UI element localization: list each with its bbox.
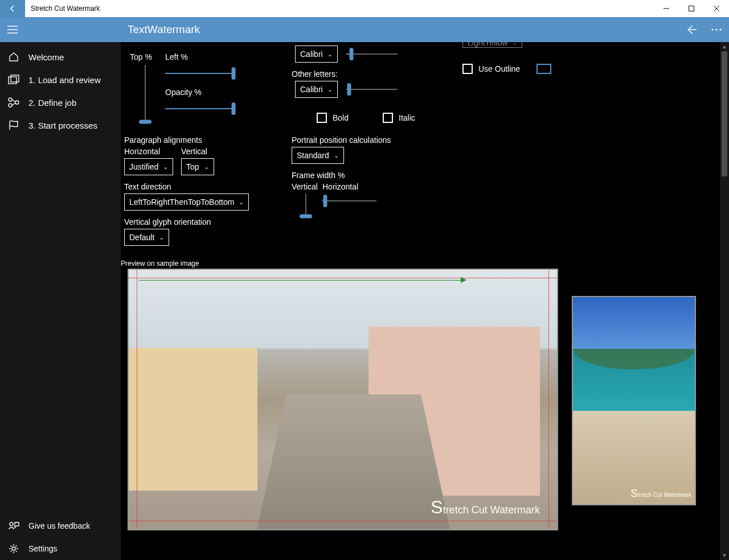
sidebar-item-load[interactable]: 1. Load and review xyxy=(0,68,121,91)
gear-icon xyxy=(7,543,21,554)
checkbox-use-outline[interactable]: Use Outline xyxy=(462,64,520,74)
label-fw-vertical: Vertical xyxy=(292,182,318,191)
scroll-down-icon[interactable]: ▼ xyxy=(720,551,729,560)
select-text-direction[interactable]: LeftToRightThenTopToBottom⌄ xyxy=(124,193,249,211)
slider-left-pct[interactable] xyxy=(165,68,234,79)
chevron-down-icon: ⌄ xyxy=(512,42,517,47)
images-icon xyxy=(7,74,21,85)
select-vertical-align[interactable]: Top⌄ xyxy=(181,158,214,175)
sidebar-item-label: Settings xyxy=(28,544,58,553)
select-first-letter-font[interactable]: Calibri⌄ xyxy=(295,46,338,63)
chevron-down-icon: ⌄ xyxy=(159,234,164,241)
watermark-text: tretch Cut Watermark xyxy=(637,492,691,498)
svg-point-6 xyxy=(715,28,717,30)
command-bar: TextWatermark xyxy=(0,17,729,42)
slider-other-letters-size[interactable] xyxy=(346,84,398,94)
svg-point-10 xyxy=(9,98,12,101)
close-button[interactable] xyxy=(704,0,729,17)
label-portrait-calc: Portrait position calculations xyxy=(292,135,391,145)
label-preview: Preview on sample image xyxy=(121,260,199,267)
checkbox-icon xyxy=(462,64,473,74)
svg-point-5 xyxy=(711,28,713,30)
sidebar-item-label: 3. Start processes xyxy=(28,121,97,130)
checkbox-icon xyxy=(383,113,393,123)
svg-rect-1 xyxy=(689,6,694,11)
svg-point-7 xyxy=(719,28,721,30)
nav-sidebar: Welcome 1. Load and review 2. Define job… xyxy=(0,42,121,560)
label-fw-horizontal: Horizontal xyxy=(322,182,358,191)
vertical-scrollbar[interactable]: ▲ ▼ xyxy=(720,42,729,560)
checkbox-icon xyxy=(317,113,327,123)
window-title: Stretch Cut Watermark xyxy=(25,5,100,13)
label-opacity: Opacity % xyxy=(165,88,202,97)
sidebar-item-define[interactable]: 2. Define job xyxy=(0,91,121,114)
chevron-down-icon: ⌄ xyxy=(327,86,333,93)
svg-point-11 xyxy=(9,104,12,107)
checkbox-italic[interactable]: Italic xyxy=(383,113,415,123)
select-color[interactable]: LightYellow⌄ xyxy=(462,42,522,48)
sidebar-item-label: Give us feedback xyxy=(28,521,90,530)
slider-frame-width-vertical[interactable] xyxy=(301,193,311,216)
scrollbar-thumb[interactable] xyxy=(722,51,727,176)
sidebar-item-start[interactable]: 3. Start processes xyxy=(0,114,121,137)
slider-frame-width-horizontal[interactable] xyxy=(322,196,376,206)
label-paragraph-alignments: Paragraph alignments xyxy=(124,135,202,145)
outline-color-swatch[interactable] xyxy=(536,64,551,74)
select-other-letters-font[interactable]: Calibri⌄ xyxy=(295,81,338,98)
select-portrait-calc[interactable]: Standard⌄ xyxy=(292,147,344,164)
svg-point-14 xyxy=(12,547,15,550)
svg-point-13 xyxy=(10,522,13,526)
sidebar-item-label: Welcome xyxy=(28,52,64,62)
store-back-button[interactable] xyxy=(0,0,25,17)
nodes-icon xyxy=(7,97,21,108)
flag-icon xyxy=(7,120,21,131)
maximize-button[interactable] xyxy=(679,0,704,17)
window-titlebar: Stretch Cut Watermark xyxy=(0,0,729,17)
label-vertical-glyph: Vertical glyph orientation xyxy=(124,217,211,227)
label-vertical: Vertical xyxy=(181,147,207,156)
preview-portrait: Stretch Cut Watermark xyxy=(572,296,696,505)
sidebar-item-label: 2. Define job xyxy=(28,98,76,108)
more-button[interactable] xyxy=(704,17,729,42)
chevron-down-icon: ⌄ xyxy=(327,51,333,58)
page-title: TextWatermark xyxy=(25,23,200,36)
app-back-button[interactable] xyxy=(679,17,704,42)
slider-opacity[interactable] xyxy=(165,104,234,114)
scroll-up-icon[interactable]: ▲ xyxy=(720,42,729,51)
label-top-pct: Top % xyxy=(130,52,152,61)
slider-first-letter-size[interactable] xyxy=(346,49,398,59)
select-vertical-glyph[interactable]: Default⌄ xyxy=(124,229,169,246)
feedback-icon xyxy=(7,520,21,532)
svg-rect-9 xyxy=(11,75,19,82)
chevron-down-icon: ⌄ xyxy=(163,163,168,171)
svg-rect-8 xyxy=(9,77,17,84)
chevron-down-icon: ⌄ xyxy=(239,199,244,206)
home-icon xyxy=(7,51,21,63)
watermark-first-letter: S xyxy=(630,488,637,499)
checkbox-bold[interactable]: Bold xyxy=(317,113,349,123)
label-other-letters: Other letters: xyxy=(292,69,338,79)
preview-landscape: Stretch Cut Watermark xyxy=(128,269,558,530)
minimize-button[interactable] xyxy=(654,0,679,17)
label-frame-width: Frame width % xyxy=(292,171,345,180)
hamburger-button[interactable] xyxy=(0,17,25,42)
chevron-down-icon: ⌄ xyxy=(204,163,209,171)
slider-top-pct[interactable] xyxy=(140,65,150,122)
sidebar-item-settings[interactable]: Settings xyxy=(0,537,121,560)
sidebar-item-label: 1. Load and review xyxy=(28,75,101,85)
label-text-direction: Text direction xyxy=(124,182,171,191)
chevron-down-icon: ⌄ xyxy=(334,152,339,159)
select-horizontal-align[interactable]: Justified⌄ xyxy=(124,158,173,175)
watermark-first-letter: S xyxy=(431,497,443,517)
svg-point-12 xyxy=(15,101,19,104)
sidebar-item-feedback[interactable]: Give us feedback xyxy=(0,514,121,537)
watermark-text: tretch Cut Watermark xyxy=(443,504,540,516)
sidebar-item-welcome[interactable]: Welcome xyxy=(0,46,121,68)
label-left-pct: Left % xyxy=(165,52,188,61)
label-horizontal: Horizontal xyxy=(124,147,160,156)
